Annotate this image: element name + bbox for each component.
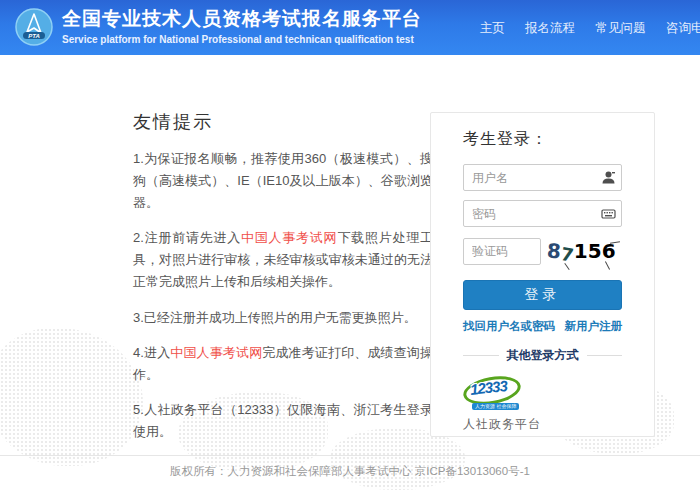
- tip-text: 5.人社政务平台（12333）仅限海南、浙江考生登录使用。: [133, 402, 433, 439]
- nav-registration-process[interactable]: 报名流程: [525, 21, 575, 35]
- pta-logo-icon: PTA: [15, 8, 53, 46]
- svg-text:PTA: PTA: [28, 33, 40, 39]
- login-heading: 考生登录：: [463, 129, 622, 150]
- captcha-digit: 5: [588, 236, 602, 266]
- cpta-site-link[interactable]: 中国人事考试网: [241, 230, 337, 245]
- other-login-divider: 其他登录方式: [463, 347, 622, 364]
- app-header: PTA 全国专业技术人员资格考试报名服务平台 Service platform …: [0, 0, 700, 55]
- captcha-digit: 6: [602, 236, 616, 266]
- tip-item-4: 4.进入中国人事考试网完成准考证打印、成绩查询操作。: [133, 342, 433, 386]
- captcha-row: 87156: [463, 236, 622, 266]
- tip-item-3: 3.已经注册并成功上传照片的用户无需更换照片。: [133, 307, 433, 329]
- platform-caption: 人社政务平台: [463, 416, 622, 433]
- password-input[interactable]: [463, 200, 622, 227]
- friendly-tips-section: 友情提示 1.为保证报名顺畅，推荐使用360（极速模式）、搜狗（高速模式）、IE…: [133, 110, 433, 456]
- tip-item-5: 5.人社政务平台（12333）仅限海南、浙江考生登录使用。: [133, 399, 433, 443]
- tips-heading: 友情提示: [133, 110, 433, 134]
- new-user-register-link[interactable]: 新用户注册: [565, 319, 623, 334]
- captcha-input[interactable]: [463, 238, 541, 265]
- footer-copyright: 版权所有：人力资源和社会保障部人事考试中心 京ICP备13013060号-1: [0, 464, 700, 479]
- tip-text: 1.为保证报名顺畅，推荐使用360（极速模式）、搜狗（高速模式）、IE（IE10…: [133, 151, 433, 210]
- page-title: 全国专业技术人员资格考试报名服务平台: [62, 7, 422, 31]
- mohrss-12333-logo[interactable]: 12333 人力资源 社会保障: [463, 374, 527, 414]
- tip-item-1: 1.为保证报名顺畅，推荐使用360（极速模式）、搜狗（高速模式）、IE（IE10…: [133, 148, 433, 214]
- world-map-watermark: [0, 328, 143, 466]
- keyboard-icon: [601, 206, 616, 221]
- tip-text: 3.已经注册并成功上传照片的用户无需更换照片。: [133, 310, 417, 325]
- captcha-field-group: [463, 238, 541, 265]
- cpta-site-link[interactable]: 中国人事考试网: [170, 345, 262, 360]
- login-links-row: 找回用户名或密码 新用户注册: [463, 319, 622, 334]
- other-login-label: 其他登录方式: [499, 347, 587, 364]
- divider-line: [463, 355, 499, 356]
- login-button[interactable]: 登录: [463, 280, 622, 310]
- nav-consult-phone[interactable]: 咨询电话: [666, 21, 700, 35]
- captcha-image[interactable]: 87156: [541, 236, 622, 266]
- forgot-credentials-link[interactable]: 找回用户名或密码: [463, 319, 555, 334]
- tip-text: 4.进入: [133, 345, 170, 360]
- tip-text: 2.注册前请先进入: [133, 230, 241, 245]
- page-subtitle: Service platform for National Profession…: [62, 34, 422, 45]
- candidate-login-panel: 考生登录：: [430, 112, 655, 437]
- nav-faq[interactable]: 常见问题: [596, 21, 646, 35]
- header-nav: 主页 报名流程 常见问题 咨询电话: [464, 18, 700, 37]
- username-field-group: [463, 164, 622, 191]
- nav-home[interactable]: 主页: [480, 21, 505, 35]
- logo-12333-band: 人力资源 社会保障: [472, 403, 519, 410]
- password-field-group: [463, 200, 622, 227]
- user-icon: [601, 170, 616, 185]
- tip-item-2: 2.注册前请先进入中国人事考试网下载照片处理工具，对照片进行审核，未经审核或审核…: [133, 227, 433, 293]
- divider-line: [587, 355, 623, 356]
- username-input[interactable]: [463, 164, 622, 191]
